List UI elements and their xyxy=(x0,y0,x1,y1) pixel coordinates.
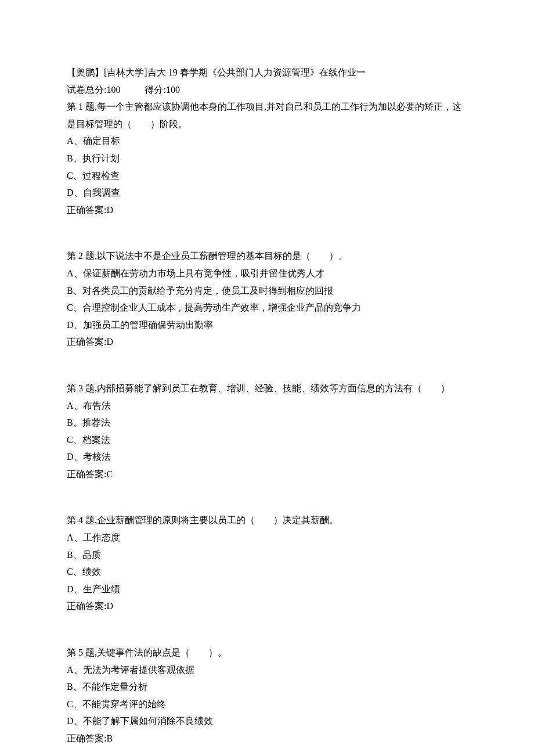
question-prompt: 第 3 题,内部招募能了解到员工在教育、培训、经验、技能、绩效等方面信息的方法有… xyxy=(67,380,467,397)
option-a: A、工作态度 xyxy=(67,529,467,546)
option-c: C、绩效 xyxy=(67,563,467,581)
question-prompt: 第 1 题,每一个主管都应该协调他本身的工作项目,并对自己和员工的工作行为加以必… xyxy=(67,98,467,132)
score-line: 试卷总分:100 得分:100 xyxy=(67,81,467,99)
question-3: 第 3 题,内部招募能了解到员工在教育、培训、经验、技能、绩效等方面信息的方法有… xyxy=(67,380,467,483)
answer: 正确答案:B xyxy=(67,730,467,747)
question-prompt: 第 5 题,关键事件法的缺点是（ ）。 xyxy=(67,644,467,661)
option-d: D、自我调查 xyxy=(67,184,467,201)
option-b: B、不能作定量分析 xyxy=(67,678,467,696)
answer: 正确答案:D xyxy=(67,597,467,615)
option-b: B、执行计划 xyxy=(67,150,467,167)
question-2: 第 2 题,以下说法中不是企业员工薪酬管理的基本目标的是（ ）。 A、保证薪酬在… xyxy=(67,247,467,351)
question-prompt: 第 4 题,企业薪酬管理的原则将主要以员工的（ ）决定其薪酬。 xyxy=(67,512,467,529)
option-a: A、无法为考评者提供客观依据 xyxy=(67,661,467,679)
question-prompt: 第 2 题,以下说法中不是企业员工薪酬管理的基本目标的是（ ）。 xyxy=(67,247,467,265)
option-a: A、保证薪酬在劳动力市场上具有竞争性，吸引并留住优秀人才 xyxy=(67,265,467,282)
option-d: D、考核法 xyxy=(67,448,467,466)
answer: 正确答案:D xyxy=(67,201,467,219)
answer: 正确答案:D xyxy=(67,333,467,351)
option-d: D、生产业绩 xyxy=(67,581,467,598)
option-c: C、过程检查 xyxy=(67,167,467,185)
option-a: A、布告法 xyxy=(67,397,467,415)
option-b: B、对各类员工的贡献给予充分肯定，使员工及时得到相应的回报 xyxy=(67,282,467,300)
question-1: 第 1 题,每一个主管都应该协调他本身的工作项目,并对自己和员工的工作行为加以必… xyxy=(67,98,467,218)
option-c: C、档案法 xyxy=(67,431,467,449)
option-a: A、确定目标 xyxy=(67,132,467,150)
page-title: 【奥鹏】[吉林大学]吉大 19 春学期《公共部门人力资源管理》在线作业一 xyxy=(67,64,467,81)
option-b: B、品质 xyxy=(67,546,467,564)
option-b: B、推荐法 xyxy=(67,414,467,431)
score-total: 试卷总分:100 xyxy=(67,85,120,95)
option-d: D、加强员工的管理确保劳动出勤率 xyxy=(67,316,467,334)
option-d: D、不能了解下属如何消除不良绩效 xyxy=(67,712,467,730)
score-got: 得分:100 xyxy=(145,85,179,95)
option-c: C、合理控制企业人工成本，提高劳动生产效率，增强企业产品的竞争力 xyxy=(67,299,467,316)
option-c: C、不能贯穿考评的始终 xyxy=(67,696,467,713)
question-5: 第 5 题,关键事件法的缺点是（ ）。 A、无法为考评者提供客观依据 B、不能作… xyxy=(67,644,467,747)
document-body: 【奥鹏】[吉林大学]吉大 19 春学期《公共部门人力资源管理》在线作业一 试卷总… xyxy=(67,64,467,756)
answer: 正确答案:C xyxy=(67,466,467,483)
question-4: 第 4 题,企业薪酬管理的原则将主要以员工的（ ）决定其薪酬。 A、工作态度 B… xyxy=(67,512,467,615)
